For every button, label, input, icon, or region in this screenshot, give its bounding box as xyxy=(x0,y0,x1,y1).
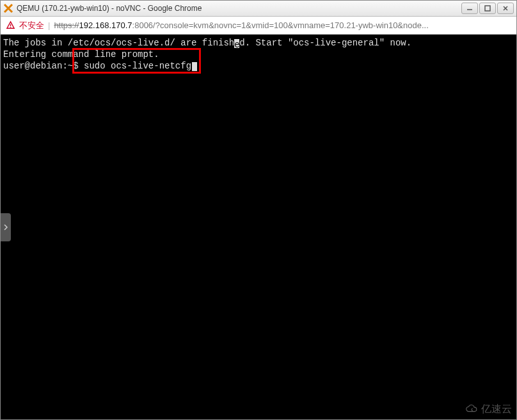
titlebar[interactable]: QEMU (170.21-ywb-win10) - noVNC - Google… xyxy=(1,1,516,17)
maximize-button[interactable] xyxy=(479,3,496,14)
terminal-prompt-line: user@debian:~$ sudo ocs-live-netcfg xyxy=(3,60,514,72)
window-controls xyxy=(461,3,514,14)
address-bar[interactable]: 不安全 | https://192.168.170.7:8006/?consol… xyxy=(1,17,516,35)
browser-window: QEMU (170.21-ywb-win10) - noVNC - Google… xyxy=(0,0,517,420)
url-display[interactable]: https://192.168.170.7:8006/?console=kvm&… xyxy=(54,20,511,30)
terminal-line-1: The jobs in /etc/ocs/ocs-live.d/ are fin… xyxy=(3,37,514,49)
minimize-button[interactable] xyxy=(461,3,478,14)
qemu-x-icon xyxy=(3,3,13,13)
url-scheme: https:// xyxy=(54,20,79,30)
shell-command: sudo ocs-live-netcfg xyxy=(84,61,191,71)
addrbar-divider: | xyxy=(48,20,50,30)
url-host: 192.168.170.7 xyxy=(79,20,132,30)
watermark: 亿速云 xyxy=(465,403,512,416)
window-title: QEMU (170.21-ywb-win10) - noVNC - Google… xyxy=(17,4,461,13)
warning-triangle-icon xyxy=(6,20,15,30)
chevron-right-icon xyxy=(3,224,8,230)
novnc-sidebar-toggle[interactable] xyxy=(1,213,11,241)
shell-prompt: user@debian:~$ xyxy=(3,61,84,71)
cloud-icon xyxy=(465,403,479,416)
terminal-line-2: Entering command line prompt. xyxy=(3,49,514,60)
terminal-viewport[interactable]: The jobs in /etc/ocs/ocs-live.d/ are fin… xyxy=(1,35,516,419)
svg-point-2 xyxy=(10,27,12,28)
svg-rect-0 xyxy=(485,6,490,11)
url-path: :8006/?console=kvm&novnc=1&vmid=100&vmna… xyxy=(132,20,429,30)
insecure-label: 不安全 xyxy=(19,20,44,31)
watermark-text: 亿速云 xyxy=(481,403,512,416)
close-button[interactable] xyxy=(497,3,514,14)
text-cursor xyxy=(192,62,197,71)
